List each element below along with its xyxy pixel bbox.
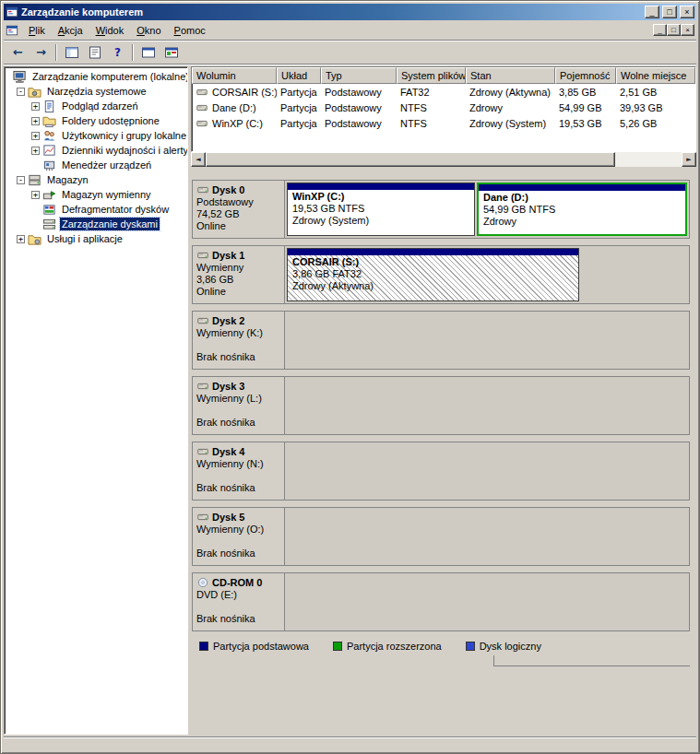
disk-strip-4 (285, 442, 689, 500)
tree-item-performance-logs[interactable]: + Dzienniki wydajności i alerty (5, 143, 187, 158)
child-restore-button[interactable]: □ (667, 24, 681, 36)
disk-size (196, 601, 280, 613)
tree-item-label: Foldery udostępnione (60, 114, 161, 127)
back-button[interactable]: ← (6, 42, 30, 63)
partition-winxp[interactable]: WinXP (C:) 19,53 GB NTFS Zdrowy (System) (287, 183, 475, 236)
minimize-button[interactable]: _ (645, 6, 659, 18)
tree-expander[interactable]: + (17, 235, 25, 243)
volume-cell-status: Zdrowy (Aktywna) (466, 87, 555, 98)
tree-item-computer-management[interactable]: Zarządzanie komputerem (lokalne) (5, 69, 187, 84)
disk-row-3: Dysk 3 Wymienny (L:) Brak nośnika (192, 376, 690, 435)
disk-desc: Wymienny (196, 262, 280, 274)
scroll-left-button[interactable]: ◄ (191, 152, 206, 167)
tree-expander[interactable]: - (17, 88, 25, 96)
local-users-icon (42, 129, 56, 143)
services-icon (28, 232, 42, 246)
disk-info-0[interactable]: Dysk 0 Podstawowy 74,52 GB Online (193, 181, 285, 238)
tree-expander[interactable]: + (31, 191, 40, 199)
device-manager-icon (42, 159, 56, 172)
tree-item-device-manager[interactable]: Menedżer urządzeń (5, 158, 187, 172)
menu-pomoc[interactable]: Pomoc (168, 22, 212, 39)
tree-item-label: Usługi i aplikacje (45, 232, 125, 245)
tree-expander[interactable]: + (31, 117, 40, 125)
column-header-uklad[interactable]: Układ (277, 67, 321, 84)
column-header-typ[interactable]: Typ (321, 67, 397, 84)
tree-item-label: Defragmentator dysków (60, 203, 171, 216)
disk-info-5[interactable]: Dysk 5 Wymienny (O:) Brak nośnika (193, 508, 285, 565)
logical-disk-color-swatch (466, 642, 475, 651)
volume-cell-type: Podstawowy (321, 87, 397, 98)
volume-cell-layout: Partycja (277, 102, 321, 113)
partition-corsair-selected[interactable]: CORSAIR (S:) 3,86 GB FAT32 Zdrowy (Aktyw… (287, 248, 579, 301)
disk-info-2[interactable]: Dysk 2 Wymienny (K:) Brak nośnika (193, 312, 285, 369)
horizontal-scrollbar[interactable]: ◄ ► (191, 152, 696, 167)
title-bar[interactable]: Zarządzanie komputerem _ □ × (4, 4, 696, 20)
disk-status: Brak nośnika (196, 548, 280, 560)
tree-item-event-viewer[interactable]: + Podgląd zdarzeń (5, 99, 187, 113)
tree-expander[interactable]: + (31, 147, 40, 155)
help-button[interactable]: ? (106, 42, 129, 63)
column-header-wolne-miejsce[interactable]: Wolne miejsce (616, 67, 695, 84)
customize-view-button[interactable] (160, 42, 183, 63)
help-icon: ? (114, 46, 121, 59)
tree-item-disk-management[interactable]: Zarządzanie dyskami (5, 217, 187, 231)
details-pane: Wolumin Układ Typ System plików Stan Poj… (191, 66, 696, 735)
new-window-button[interactable] (136, 42, 160, 63)
volume-cell-layout: Partycja (277, 118, 321, 129)
scroll-right-button[interactable]: ► (682, 152, 696, 167)
disk-drive-icon (196, 315, 209, 326)
tree-item-local-users[interactable]: + Użytkownicy i grupy lokalne (5, 128, 187, 143)
column-header-stan[interactable]: Stan (466, 67, 555, 84)
tree-item-shared-folders[interactable]: + Foldery udostępnione (5, 113, 187, 128)
volume-cell-free: 5,26 GB (616, 118, 695, 129)
tree-item-storage[interactable]: - Magazyn (5, 172, 187, 187)
export-list-button[interactable] (83, 42, 106, 63)
child-close-button[interactable]: × (681, 24, 694, 36)
pane-divider[interactable] (191, 167, 696, 173)
menu-okno[interactable]: Okno (130, 22, 167, 39)
partition-dane[interactable]: Dane (D:) 54,99 GB NTFS Zdrowy (477, 183, 687, 236)
disk-management-icon (42, 218, 56, 231)
tree-expander[interactable]: + (31, 102, 40, 111)
disk-status: Online (196, 286, 280, 298)
volume-row-winxp[interactable]: WinXP (C:) Partycja Podstawowy NTFS Zdro… (192, 115, 695, 131)
volume-icon (196, 102, 208, 113)
tree-item-label: Podgląd zdarzeń (60, 100, 140, 112)
disk-size: 3,86 GB (196, 274, 280, 286)
disk-row-2: Dysk 2 Wymienny (K:) Brak nośnika (192, 311, 690, 370)
column-header-pojemnosc[interactable]: Pojemność (555, 67, 616, 84)
maximize-button[interactable]: □ (662, 6, 677, 18)
menu-plik[interactable]: Plik (22, 22, 52, 39)
menu-widok[interactable]: Widok (89, 22, 131, 39)
back-icon: ← (13, 45, 23, 59)
volume-list: Wolumin Układ Typ System plików Stan Poj… (191, 66, 696, 152)
disk-status: Brak nośnika (196, 417, 280, 429)
disk-info-1[interactable]: Dysk 1 Wymienny 3,86 GB Online (193, 246, 285, 303)
child-minimize-button[interactable]: _ (653, 24, 667, 36)
disk-drive-icon (196, 512, 209, 523)
close-button[interactable]: × (680, 6, 694, 18)
tree-item-system-tools[interactable]: - Narzędzia systemowe (5, 84, 187, 99)
volume-row-corsair[interactable]: CORSAIR (S:) Partycja Podstawowy FAT32 Z… (192, 84, 695, 100)
cdrom-info[interactable]: CD-ROM 0 DVD (E:) Brak nośnika (193, 573, 285, 630)
disk-info-4[interactable]: Dysk 4 Wymienny (N:) Brak nośnika (193, 442, 285, 500)
disk-drive-icon (196, 381, 209, 392)
partition-size: 3,86 GB FAT32 (292, 268, 574, 280)
console-child-icon[interactable] (6, 24, 18, 37)
column-header-system-plikow[interactable]: System plików (397, 67, 466, 84)
volume-cell-free: 2,51 GB (616, 87, 695, 98)
show-tree-button[interactable] (60, 42, 83, 63)
scrollbar-thumb[interactable] (206, 152, 615, 167)
forward-button[interactable]: → (30, 42, 53, 63)
scrollbar-track[interactable] (206, 152, 682, 167)
volume-row-dane[interactable]: Dane (D:) Partycja Podstawowy NTFS Zdrow… (192, 100, 695, 115)
menu-akcja[interactable]: Akcja (52, 22, 89, 39)
tree-expander[interactable]: - (17, 176, 25, 184)
column-header-wolumin[interactable]: Wolumin (192, 67, 277, 84)
tree-item-removable-storage[interactable]: + Magazyn wymienny (5, 187, 187, 202)
tree-item-services-applications[interactable]: + Usługi i aplikacje (5, 231, 187, 246)
tree-expander[interactable]: + (31, 132, 40, 140)
disk-size (196, 339, 280, 351)
disk-info-3[interactable]: Dysk 3 Wymienny (L:) Brak nośnika (193, 377, 285, 434)
tree-item-disk-defragmenter[interactable]: Defragmentator dysków (5, 202, 187, 217)
